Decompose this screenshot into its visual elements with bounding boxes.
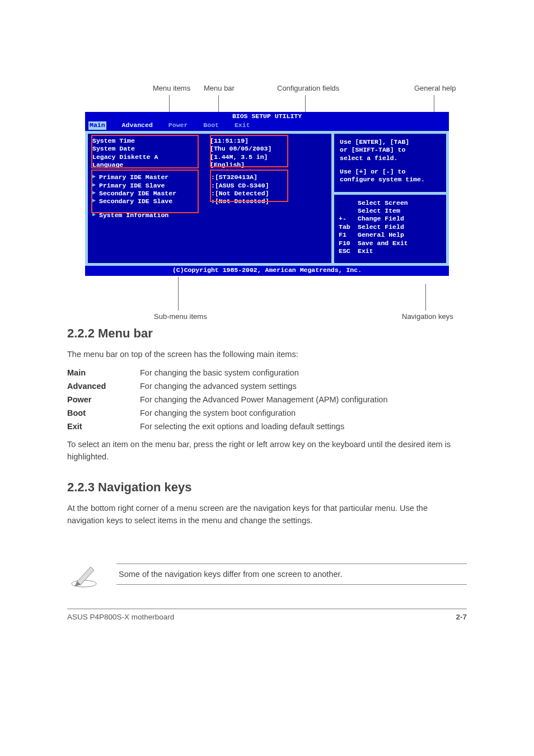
highlight-config2 xyxy=(210,170,288,202)
section-title-222: 2.2.2 Menu bar xyxy=(67,326,467,341)
nav-key: Tab xyxy=(339,223,358,231)
nav-key: ESC xyxy=(339,247,358,255)
bios-nav-keys: ←Select Screen ↑↓Select Item +-Change Fi… xyxy=(334,195,446,264)
help-line: configure system time. xyxy=(340,176,441,184)
nav-row: ←Select Screen xyxy=(339,199,443,207)
callout-menu-bar: Menu bar xyxy=(204,84,235,92)
nav-desc: Save and Exit xyxy=(358,240,408,247)
footer-divider xyxy=(67,608,467,609)
nav-desc: Select Item xyxy=(358,207,400,215)
bios-menu-bar: Main Advanced Power Boot Exit xyxy=(85,121,449,130)
menu-desc-main: For changing the basic system configurat… xyxy=(140,368,467,377)
nav-desc: General Help xyxy=(358,231,404,239)
menu-name-exit: Exit xyxy=(67,422,140,431)
note-text: Some of the navigation keys differ from … xyxy=(116,564,467,585)
menu-desc-exit: For selecting the exit options and loadi… xyxy=(140,422,467,431)
help-line: or [SHIFT-TAB] to xyxy=(340,146,441,154)
callout-line-nav-keys xyxy=(425,284,426,311)
bios-tab-advanced[interactable]: Advanced xyxy=(122,121,153,129)
highlight-submenu xyxy=(91,170,199,213)
intro-para: The menu bar on top of the screen has th… xyxy=(67,349,467,361)
bios-screenshot: BIOS SETUP UTILITY Main Advanced Power B… xyxy=(85,112,449,276)
callout-config-fields: Configuration fields xyxy=(277,84,339,92)
menu-name-power: Power xyxy=(67,395,140,404)
nav-key: F10 xyxy=(339,240,358,247)
bios-tab-main[interactable]: Main xyxy=(88,121,106,129)
nav-key: +- xyxy=(339,215,358,223)
nav-desc: Change Field xyxy=(358,215,404,223)
nav-row: +-Change Field xyxy=(339,215,443,223)
nav-row: F1General Help xyxy=(339,231,443,239)
callout-submenu-items: Sub-menu items xyxy=(154,312,207,321)
footer-right: 2-7 xyxy=(456,613,467,621)
callout-general-help: General help xyxy=(414,84,456,92)
bios-tab-boot[interactable]: Boot xyxy=(203,121,219,129)
para-nav-keys: At the bottom right corner of a menu scr… xyxy=(67,503,467,527)
nav-key: F1 xyxy=(339,231,358,239)
menu-name-boot: Boot xyxy=(67,408,140,417)
para-select-item: To select an item on the menu bar, press… xyxy=(67,439,467,463)
arrow-updown-icon: ↑↓ xyxy=(339,207,358,215)
nav-desc: Exit xyxy=(358,247,373,255)
menu-desc-advanced: For changing the advanced system setting… xyxy=(140,382,467,391)
bios-tab-exit[interactable]: Exit xyxy=(235,121,250,129)
nav-desc: Select Field xyxy=(358,223,404,231)
help-line: select a field. xyxy=(340,154,441,162)
menu-desc-boot: For changing the system boot configurati… xyxy=(140,408,467,417)
arrow-left-icon: ← xyxy=(339,199,358,207)
nav-row: F10Save and Exit xyxy=(339,240,443,247)
highlight-config1 xyxy=(210,135,288,167)
pencil-note-icon xyxy=(67,560,101,588)
menu-name-advanced: Advanced xyxy=(67,382,140,391)
bios-help-top: Use [ENTER], [TAB] or [SHIFT-TAB] to sel… xyxy=(334,134,446,192)
nav-row: ↑↓Select Item xyxy=(339,207,443,215)
callout-nav-keys: Navigation keys xyxy=(402,312,453,321)
highlight-menu-fields xyxy=(91,135,199,168)
footer-left: ASUS P4P800S-X motherboard xyxy=(67,613,174,621)
help-line: Use [ENTER], [TAB] xyxy=(340,138,441,146)
bios-title: BIOS SETUP UTILITY xyxy=(85,112,449,121)
callout-line-submenu-items xyxy=(178,277,179,311)
menu-desc-power: For changing the Advanced Power Manageme… xyxy=(140,395,467,404)
nav-row: ESCExit xyxy=(339,247,443,255)
menu-name-main: Main xyxy=(67,368,140,377)
bios-tab-power[interactable]: Power xyxy=(168,121,188,129)
callout-menu-items: Menu items xyxy=(153,84,190,92)
help-line: Use [+] or [-] to xyxy=(340,168,441,176)
nav-desc: Select Screen xyxy=(358,199,408,207)
bios-copyright: (C)Copyright 1985-2002, American Megatre… xyxy=(85,266,449,275)
bios-left-pane: System Time [11:51:19] System Date [Thu … xyxy=(88,134,331,264)
nav-row: TabSelect Field xyxy=(339,223,443,231)
section-title-223: 2.2.3 Navigation keys xyxy=(67,480,467,495)
